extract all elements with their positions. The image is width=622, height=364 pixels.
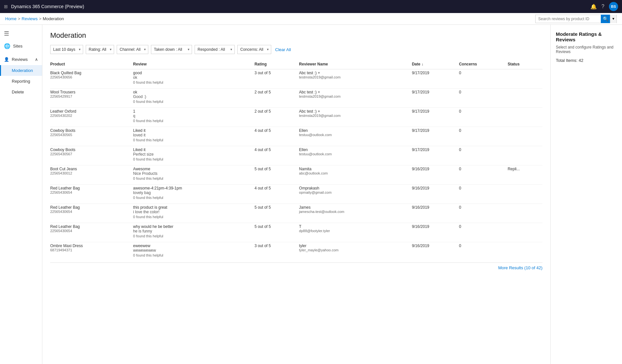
notification-icon[interactable]: 🔔 (590, 4, 597, 10)
cell-reviewer: Ellen testuu@outlook.com (299, 127, 412, 146)
cell-product: Wool Trousers 22565429917 (50, 89, 133, 108)
responded-filter[interactable]: Responded : All Responded : Yes Responde… (195, 45, 235, 54)
channel-filter-wrapper: Channel: All (117, 45, 148, 54)
reviewer-email: testuu@outlook.com (299, 133, 409, 137)
review-body: lovely bag (133, 190, 252, 195)
reviewer-name: Ellen (299, 128, 409, 133)
breadcrumb-sep-2: > (39, 16, 41, 21)
content-area: Moderation Last 10 days Last 30 days Las… (42, 25, 550, 364)
cell-product: Boot Cut Jeans 22565430012 (50, 165, 133, 185)
review-title: good (133, 71, 252, 75)
time-filter[interactable]: Last 10 days Last 30 days Last 90 days (50, 45, 83, 54)
table-row[interactable]: Ombre Maxi Dress 68719494371 eweewew wew… (50, 242, 542, 261)
grid-icon: ⊞ (4, 4, 8, 9)
search-button[interactable]: 🔍 (601, 15, 610, 23)
cell-date: 9/17/2019 (412, 127, 459, 146)
breadcrumb-reviews[interactable]: Reviews (22, 16, 37, 21)
clear-all-button[interactable]: Clear All (274, 47, 292, 52)
product-name: Leather Oxford (50, 109, 130, 114)
table-row[interactable]: Cowboy Boots 22565430567 Liked it Perfec… (50, 146, 542, 165)
reviewer-name: Omprakash (299, 186, 409, 190)
col-status: Status (508, 59, 542, 69)
right-panel-total: Total Items: 42 (556, 58, 617, 63)
cell-rating: 5 out of 5 (255, 223, 299, 242)
cell-product: Black Quilted Bag 22565430656 (50, 69, 133, 89)
cell-reviewer: T dp88@footyler.tyler (299, 223, 412, 242)
hamburger-menu[interactable]: ☰ (0, 27, 42, 40)
sidebar-item-sites[interactable]: 🌐 Sites (0, 40, 42, 52)
helpful-count: 0 found this helpful (133, 176, 252, 183)
table-row[interactable]: Red Leather Bag 22565430654 this product… (50, 204, 542, 223)
product-id: 22565430656 (50, 75, 130, 79)
cell-review: 1 q 0 found this helpful (133, 108, 254, 127)
table-row[interactable]: Wool Trousers 22565429917 ok Good :) 0 f… (50, 89, 542, 108)
reviewer-email: testmsta2019@gmail.com (299, 94, 409, 98)
review-title: why would he be better (133, 224, 252, 229)
product-id: 22565430202 (50, 114, 130, 118)
help-icon[interactable]: ? (601, 4, 604, 9)
cell-product: Red Leather Bag 22565430654 (50, 223, 133, 242)
table-row[interactable]: Black Quilted Bag 22565430656 good ok 0 … (50, 69, 542, 89)
cell-rating: 5 out of 5 (255, 165, 299, 185)
product-name: Black Quilted Bag (50, 71, 130, 75)
cell-concerns: 0 (459, 185, 508, 204)
sidebar-delete-label: Delete (12, 90, 24, 94)
product-name: Red Leather Bag (50, 205, 130, 210)
reviewer-name: Abc test :) + (299, 109, 409, 114)
cell-review: eweewew wewewewew 0 found this helpful (133, 242, 254, 261)
cell-status (508, 242, 542, 261)
cell-date: 9/17/2019 (412, 108, 459, 127)
more-results-link[interactable]: More Results (10 of 42) (498, 265, 542, 270)
right-panel-desc: Select and configure Ratings and Reviews (556, 45, 617, 54)
table-row[interactable]: Boot Cut Jeans 22565430012 Awesome Nice … (50, 165, 542, 185)
table-row[interactable]: Leather Oxford 22565430202 1 q 0 found t… (50, 108, 542, 127)
taken-down-filter[interactable]: Taken down : All Taken down : Yes Taken … (151, 45, 192, 54)
cell-product: Cowboy Boots 22565430565 (50, 127, 133, 146)
reviewer-email: testmsta2019@gmail.com (299, 75, 409, 79)
cell-concerns: 0 (459, 242, 508, 261)
sidebar-item-moderation[interactable]: Moderation (0, 65, 42, 76)
review-body: Perfect size (133, 152, 252, 157)
cell-product: Ombre Maxi Dress 68719494371 (50, 242, 133, 261)
cell-review: why would he be better he is funny 0 fou… (133, 223, 254, 242)
cell-review: ok Good :) 0 found this helpful (133, 89, 254, 108)
sidebar-item-delete[interactable]: Delete (0, 87, 42, 97)
sidebar-reviews-group: 👤 Reviews ∧ Moderation Reporting Delete (0, 54, 42, 97)
concerns-filter-wrapper: Concerns: All (237, 45, 271, 54)
avatar[interactable]: BS (609, 2, 618, 11)
channel-filter[interactable]: Channel: All (117, 45, 148, 54)
sidebar-reviews-parent[interactable]: 👤 Reviews ∧ (0, 54, 42, 65)
cell-status (508, 108, 542, 127)
table-row[interactable]: Red Leather Bag 22565430654 awesome-4:21… (50, 185, 542, 204)
sidebar-item-reporting[interactable]: Reporting (0, 76, 42, 87)
product-id: 22565430654 (50, 229, 130, 233)
breadcrumb-home[interactable]: Home (5, 16, 17, 21)
cell-review: Awesome Nice Products 0 found this helpf… (133, 165, 254, 185)
reviewer-email: testuu@outlook.com (299, 152, 409, 156)
more-results-bar: More Results (10 of 42) (50, 262, 542, 273)
helpful-count: 0 found this helpful (133, 99, 252, 106)
table-row[interactable]: Cowboy Boots 22565430565 Liked it loved … (50, 127, 542, 146)
cell-rating: 4 out of 5 (255, 146, 299, 165)
col-rating: Rating (255, 59, 299, 69)
rating-filter[interactable]: Rating: All Rating: 1 Rating: 2 Rating: … (86, 45, 114, 54)
table-row[interactable]: Red Leather Bag 22565430654 why would he… (50, 223, 542, 242)
product-id: 68719494371 (50, 248, 130, 252)
reviewer-name: Abc test :) + (299, 71, 409, 75)
sidebar-sites-label: Sites (13, 44, 22, 49)
search-input[interactable] (536, 17, 601, 21)
cell-reviewer: Omprakash opmaity@gmail.com (299, 185, 412, 204)
cell-status (508, 89, 542, 108)
concerns-filter[interactable]: Concerns: All (237, 45, 271, 54)
cell-status: Repli... (508, 165, 542, 185)
cell-status (508, 204, 542, 223)
time-filter-wrapper: Last 10 days Last 30 days Last 90 days (50, 45, 83, 54)
reviewer-name: T (299, 224, 409, 229)
cell-product: Leather Oxford 22565430202 (50, 108, 133, 127)
cell-concerns: 0 (459, 127, 508, 146)
breadcrumb-current: Moderation (43, 16, 64, 21)
search-dropdown-button[interactable]: ▼ (610, 15, 616, 23)
cell-status (508, 69, 542, 89)
cell-date: 9/17/2019 (412, 146, 459, 165)
col-date[interactable]: Date ↓ (412, 59, 459, 69)
